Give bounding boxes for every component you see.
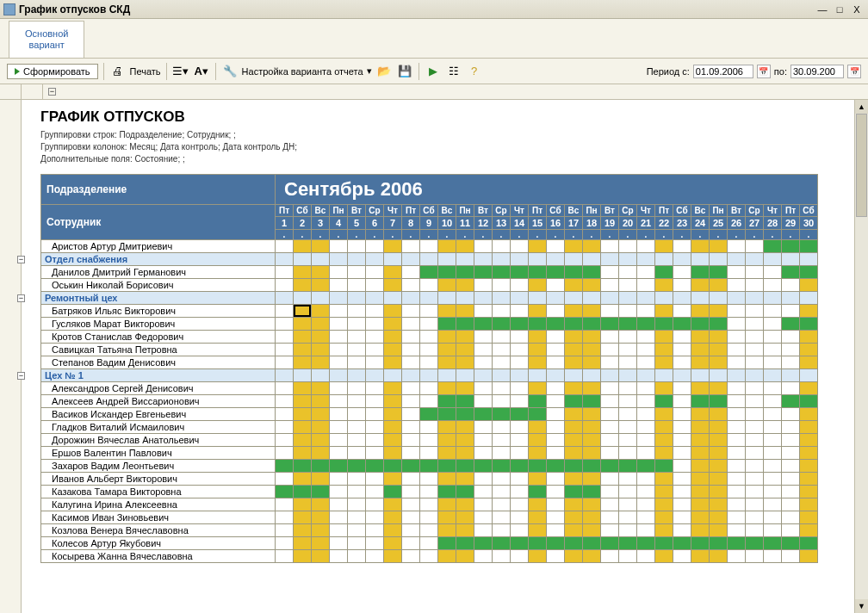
day-cell[interactable]: [312, 498, 330, 511]
day-cell[interactable]: [673, 421, 691, 434]
day-cell[interactable]: [493, 498, 511, 511]
day-cell[interactable]: [619, 460, 637, 473]
day-cell[interactable]: [493, 382, 511, 395]
day-cell[interactable]: [493, 395, 511, 408]
day-cell[interactable]: [764, 524, 782, 537]
day-cell[interactable]: [474, 344, 493, 356]
day-cell[interactable]: [782, 447, 800, 460]
day-cell[interactable]: [710, 486, 728, 498]
day-cell[interactable]: [348, 266, 366, 279]
day-cell[interactable]: [474, 537, 493, 550]
day-cell[interactable]: [764, 395, 782, 408]
day-cell[interactable]: [348, 421, 366, 434]
day-cell[interactable]: [691, 408, 710, 421]
day-cell[interactable]: [673, 550, 691, 563]
day-cell[interactable]: [312, 356, 330, 369]
day-cell[interactable]: [312, 460, 330, 473]
day-cell[interactable]: [565, 421, 583, 434]
day-cell[interactable]: [366, 486, 384, 498]
day-cell[interactable]: [565, 356, 583, 369]
group-collapse-icon[interactable]: −: [17, 372, 25, 380]
day-cell[interactable]: [456, 344, 474, 356]
day-cell[interactable]: [402, 279, 420, 292]
day-cell[interactable]: [420, 266, 438, 279]
day-cell[interactable]: [456, 434, 474, 447]
day-cell[interactable]: [276, 537, 294, 550]
day-cell[interactable]: [710, 356, 728, 369]
day-cell[interactable]: [691, 460, 710, 473]
day-cell[interactable]: [312, 421, 330, 434]
day-cell[interactable]: [746, 356, 764, 369]
day-cell[interactable]: [294, 524, 312, 537]
day-cell[interactable]: [529, 240, 547, 253]
day-cell[interactable]: [511, 305, 529, 318]
day-cell[interactable]: [691, 240, 710, 253]
day-cell[interactable]: [746, 421, 764, 434]
day-cell[interactable]: [529, 408, 547, 421]
day-cell[interactable]: [294, 279, 312, 292]
day-cell[interactable]: [547, 344, 565, 356]
day-cell[interactable]: [782, 537, 800, 550]
day-cell[interactable]: [728, 421, 746, 434]
day-cell[interactable]: [366, 382, 384, 395]
day-cell[interactable]: [493, 331, 511, 344]
day-cell[interactable]: [655, 356, 673, 369]
day-cell[interactable]: [601, 395, 619, 408]
day-cell[interactable]: [348, 473, 366, 486]
day-cell[interactable]: [583, 344, 601, 356]
day-cell[interactable]: [276, 511, 294, 524]
day-cell[interactable]: [402, 550, 420, 563]
day-cell[interactable]: [637, 486, 655, 498]
day-cell[interactable]: [547, 524, 565, 537]
day-cell[interactable]: [384, 498, 402, 511]
day-cell[interactable]: [764, 266, 782, 279]
day-cell[interactable]: [420, 395, 438, 408]
day-cell[interactable]: [655, 524, 673, 537]
day-cell[interactable]: [637, 460, 655, 473]
minimize-button[interactable]: —: [815, 3, 830, 16]
day-cell[interactable]: [456, 511, 474, 524]
day-cell[interactable]: [312, 537, 330, 550]
day-cell[interactable]: [800, 408, 818, 421]
day-cell[interactable]: [655, 421, 673, 434]
day-cell[interactable]: [547, 408, 565, 421]
day-cell[interactable]: [800, 460, 818, 473]
day-cell[interactable]: [493, 356, 511, 369]
day-cell[interactable]: [330, 447, 348, 460]
day-cell[interactable]: [493, 434, 511, 447]
day-cell[interactable]: [438, 434, 456, 447]
day-cell[interactable]: [764, 305, 782, 318]
day-cell[interactable]: [529, 344, 547, 356]
day-cell[interactable]: [728, 240, 746, 253]
day-cell[interactable]: [456, 318, 474, 331]
day-cell[interactable]: [384, 486, 402, 498]
day-cell[interactable]: [438, 344, 456, 356]
day-cell[interactable]: [402, 537, 420, 550]
day-cell[interactable]: [511, 486, 529, 498]
day-cell[interactable]: [800, 318, 818, 331]
day-cell[interactable]: [728, 447, 746, 460]
day-cell[interactable]: [312, 434, 330, 447]
day-cell[interactable]: [456, 498, 474, 511]
day-cell[interactable]: [348, 344, 366, 356]
day-cell[interactable]: [493, 524, 511, 537]
day-cell[interactable]: [438, 511, 456, 524]
day-cell[interactable]: [673, 473, 691, 486]
day-cell[interactable]: [601, 408, 619, 421]
day-cell[interactable]: [782, 473, 800, 486]
day-cell[interactable]: [348, 460, 366, 473]
day-cell[interactable]: [637, 498, 655, 511]
day-cell[interactable]: [583, 305, 601, 318]
day-cell[interactable]: [529, 447, 547, 460]
day-cell[interactable]: [710, 460, 728, 473]
day-cell[interactable]: [691, 279, 710, 292]
day-cell[interactable]: [673, 279, 691, 292]
day-cell[interactable]: [348, 537, 366, 550]
day-cell[interactable]: [637, 473, 655, 486]
day-cell[interactable]: [348, 498, 366, 511]
day-cell[interactable]: [384, 305, 402, 318]
day-cell[interactable]: [493, 421, 511, 434]
vertical-scrollbar[interactable]: ▲ ▼: [854, 100, 868, 613]
day-cell[interactable]: [673, 395, 691, 408]
day-cell[interactable]: [565, 498, 583, 511]
